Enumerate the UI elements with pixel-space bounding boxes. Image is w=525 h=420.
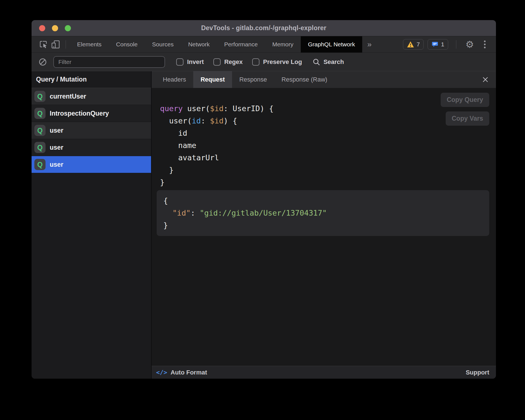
auto-format-label: Auto Format bbox=[171, 369, 207, 376]
query-name-label: currentUser bbox=[50, 93, 86, 100]
variables-box: { "id": "gid://gitlab/User/13704317"} bbox=[157, 190, 489, 236]
search-icon bbox=[312, 58, 320, 66]
detail-statusbar: </> Auto Format Support bbox=[152, 366, 496, 379]
filter-options: Invert Regex Preserve Log bbox=[176, 58, 302, 66]
query-type-badge: Q bbox=[34, 125, 46, 136]
search-control[interactable]: Search bbox=[312, 58, 344, 66]
detail-tab-response[interactable]: Response bbox=[232, 71, 274, 88]
code-format-icon: </> bbox=[156, 369, 167, 376]
warning-icon bbox=[407, 41, 414, 48]
issues-badge[interactable]: 1 bbox=[428, 39, 448, 50]
close-window-button[interactable] bbox=[39, 25, 45, 31]
checkbox-input[interactable] bbox=[252, 58, 259, 66]
graphql-variables-code: { "id": "gid://gitlab/User/13704317"} bbox=[163, 195, 483, 232]
warnings-badge[interactable]: 7 bbox=[403, 39, 424, 50]
tab-elements[interactable]: Elements bbox=[70, 36, 109, 52]
titlebar: DevTools - gitlab.com/-/graphql-explorer bbox=[32, 20, 496, 36]
close-detail-icon[interactable] bbox=[479, 73, 492, 86]
query-list-item-3[interactable]: Q user bbox=[32, 139, 151, 156]
inspect-element-icon[interactable] bbox=[37, 38, 49, 51]
support-link[interactable]: Support bbox=[466, 369, 489, 376]
device-toolbar-icon[interactable] bbox=[49, 38, 62, 51]
main-area: Query / Mutation Q currentUser Q Introsp… bbox=[32, 71, 496, 379]
tab-console[interactable]: Console bbox=[109, 36, 145, 52]
more-tabs-icon[interactable]: » bbox=[362, 40, 377, 49]
query-name-label: IntrospectionQuery bbox=[50, 110, 109, 117]
panel-tabs: ElementsConsoleSourcesNetworkPerformance… bbox=[70, 36, 362, 52]
request-detail-pane: HeadersRequestResponseResponse (Raw) Cop… bbox=[152, 71, 496, 379]
window-title: DevTools - gitlab.com/-/graphql-explorer bbox=[201, 24, 326, 32]
checkbox-label: Preserve Log bbox=[263, 58, 302, 66]
settings-gear-icon[interactable]: ⚙ bbox=[464, 39, 475, 50]
message-icon bbox=[431, 41, 438, 48]
tab-graphql-network[interactable]: GraphQL Network bbox=[301, 36, 362, 52]
maximize-window-button[interactable] bbox=[65, 25, 71, 31]
detail-tab-strip: HeadersRequestResponseResponse (Raw) bbox=[156, 71, 335, 88]
tab-sources[interactable]: Sources bbox=[145, 36, 181, 52]
copy-vars-button[interactable]: Copy Vars bbox=[446, 111, 490, 126]
request-content: Copy Query Copy Vars query user($id: Use… bbox=[152, 88, 496, 366]
checkbox-label: Regex bbox=[224, 58, 243, 66]
issues-count: 1 bbox=[441, 41, 444, 48]
filter-toolbar: Invert Regex Preserve Log Search bbox=[32, 52, 496, 71]
query-list: Q currentUser Q IntrospectionQuery Q use… bbox=[32, 88, 151, 173]
auto-format-button[interactable]: </> Auto Format bbox=[156, 369, 207, 376]
query-list-sidebar: Query / Mutation Q currentUser Q Introsp… bbox=[32, 71, 152, 379]
query-name-label: user bbox=[50, 161, 63, 168]
toolbar-right-group: 7 1 ⚙ bbox=[403, 39, 496, 50]
query-type-badge: Q bbox=[34, 159, 46, 170]
tab-network[interactable]: Network bbox=[181, 36, 217, 52]
query-name-label: user bbox=[50, 144, 63, 151]
filter-input[interactable] bbox=[53, 56, 165, 68]
query-list-item-0[interactable]: Q currentUser bbox=[32, 88, 151, 105]
query-type-badge: Q bbox=[34, 108, 46, 119]
minimize-window-button[interactable] bbox=[52, 25, 58, 31]
checkbox-input[interactable] bbox=[213, 58, 221, 66]
copy-query-button[interactable]: Copy Query bbox=[441, 93, 489, 107]
checkbox-invert[interactable]: Invert bbox=[176, 58, 204, 66]
query-name-label: user bbox=[50, 127, 63, 134]
query-type-badge: Q bbox=[34, 142, 46, 153]
toolbar-divider bbox=[456, 40, 456, 49]
search-label: Search bbox=[323, 58, 344, 66]
query-list-item-1[interactable]: Q IntrospectionQuery bbox=[32, 105, 151, 122]
detail-tab-response-raw[interactable]: Response (Raw) bbox=[274, 71, 335, 88]
main-toolbar: ElementsConsoleSourcesNetworkPerformance… bbox=[32, 36, 496, 52]
graphql-query-code: query user($id: UserID) { user(id: $id) … bbox=[160, 102, 489, 188]
clear-block-icon[interactable] bbox=[37, 56, 49, 68]
detail-tab-headers[interactable]: Headers bbox=[156, 71, 193, 88]
checkbox-regex[interactable]: Regex bbox=[213, 58, 243, 66]
query-type-badge: Q bbox=[34, 91, 46, 102]
query-list-item-2[interactable]: Q user bbox=[32, 122, 151, 139]
tab-performance[interactable]: Performance bbox=[217, 36, 265, 52]
checkbox-label: Invert bbox=[187, 58, 204, 66]
checkbox-input[interactable] bbox=[176, 58, 183, 66]
detail-tabs: HeadersRequestResponseResponse (Raw) bbox=[152, 71, 496, 88]
detail-tab-request[interactable]: Request bbox=[193, 71, 232, 88]
devtools-window: DevTools - gitlab.com/-/graphql-explorer… bbox=[32, 20, 496, 379]
kebab-menu-icon[interactable] bbox=[479, 39, 490, 50]
tab-memory[interactable]: Memory bbox=[265, 36, 301, 52]
query-list-item-4[interactable]: Q user bbox=[32, 156, 151, 173]
toolbar-divider bbox=[66, 40, 66, 49]
checkbox-preserve-log[interactable]: Preserve Log bbox=[252, 58, 302, 66]
warning-count: 7 bbox=[417, 41, 420, 48]
copy-buttons: Copy Query Copy Vars bbox=[441, 93, 489, 126]
window-controls bbox=[39, 20, 71, 36]
sidebar-header: Query / Mutation bbox=[32, 71, 151, 88]
